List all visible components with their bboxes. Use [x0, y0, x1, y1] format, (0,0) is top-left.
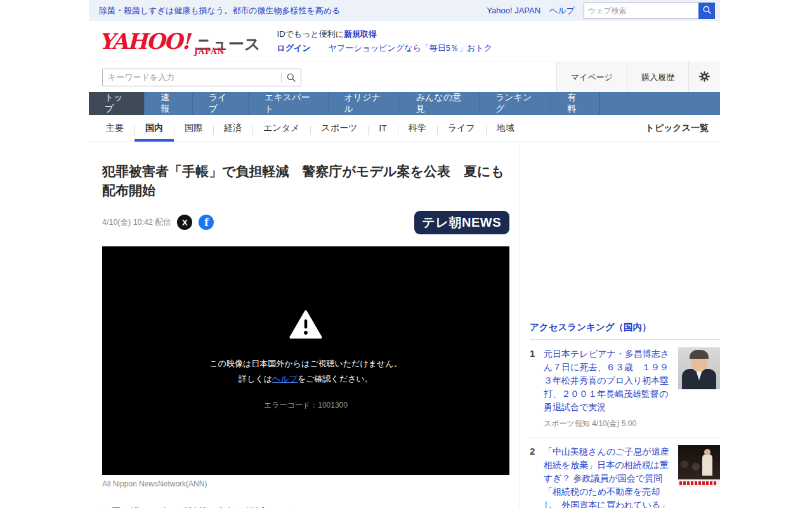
source-badge[interactable]: テレ朝NEWS — [414, 211, 509, 234]
sidebar: アクセスランキング（国内） 1 元日本テレビアナ・多昌博志さん７日に死去、６３歳… — [530, 142, 720, 508]
category-science[interactable]: 科学 — [398, 115, 437, 142]
settings-button[interactable] — [688, 62, 720, 92]
thumb-caption-strip — [678, 479, 720, 487]
logo-japan-text: JAPAN — [194, 47, 225, 56]
x-icon: X — [182, 218, 188, 227]
thumb-figure-shape — [681, 460, 688, 468]
thumb-hair-shape — [690, 350, 709, 359]
video-player[interactable]: この映像は日本国外からはご視聴いただけません。 詳しくはヘルプをご確認ください。… — [102, 246, 509, 475]
thumb-figure-shape — [692, 463, 700, 471]
nav-tab-original[interactable]: オリジナル — [329, 92, 400, 115]
web-search-button[interactable] — [698, 3, 715, 19]
video-caption: All Nippon NewsNetwork(ANN) — [102, 479, 509, 488]
category-sports[interactable]: スポーツ — [310, 115, 368, 142]
share-facebook-button[interactable]: f — [199, 215, 214, 230]
web-search — [584, 3, 715, 19]
ranking-thumbnail[interactable] — [678, 445, 720, 487]
category-life[interactable]: ライフ — [437, 115, 486, 142]
page-container: 除菌・殺菌しすぎは健康も損なう。都市の微生物多様性を高める Yahoo! JAP… — [89, 0, 720, 508]
nav-tab-opinions[interactable]: みんなの意見 — [400, 92, 480, 115]
yahoo-japan-link[interactable]: Yahoo! JAPAN — [487, 6, 540, 15]
mypage-link[interactable]: マイページ — [556, 62, 627, 92]
header-login-info: IDでもっと便利に新規取得 ログインヤフーショッピングなら「毎日5％」おトク — [277, 28, 492, 55]
id-promo-text: IDでもっと便利に — [277, 29, 344, 39]
category-world[interactable]: 国際 — [174, 115, 213, 142]
category-domestic[interactable]: 国内 — [134, 115, 174, 142]
keyword-search-icon[interactable] — [282, 72, 301, 83]
topic-link[interactable]: 除菌・殺菌しすぎは健康も損なう。都市の微生物多様性を高める — [99, 5, 340, 17]
ranking-link[interactable]: 「中山美穂さんのご子息が遺産相続を放棄」日本の相続税は重すぎ？ 参政議員が国会で… — [544, 445, 672, 508]
keyword-search-input[interactable] — [103, 72, 281, 82]
ranking-link[interactable]: 元日本テレビアナ・多昌博志さん７日に死去、６３歳 １９９３年松井秀喜のプロ入り初… — [544, 347, 672, 414]
login-link[interactable]: ログイン — [277, 43, 311, 53]
article-title: 犯罪被害者「手帳」で負担軽減 警察庁がモデル案を公表 夏にも配布開始 — [102, 162, 509, 201]
shopping-promo-link[interactable]: ヤフーショッピングなら「毎日5％」おトク — [329, 43, 492, 53]
category-region[interactable]: 地域 — [486, 115, 525, 142]
thumb-speaker-shape — [702, 454, 712, 476]
keyword-search-box — [102, 69, 301, 86]
nav-tab-sokuho[interactable]: 速報 — [145, 92, 192, 115]
category-entertainment[interactable]: エンタメ — [252, 115, 310, 142]
geo-error-pre: 詳しくは — [239, 374, 272, 384]
topics-list-link[interactable]: トピックス一覧 — [634, 115, 720, 142]
web-search-input[interactable] — [584, 3, 698, 19]
share-x-button[interactable]: X — [177, 215, 192, 230]
ranking-item-1: 1 元日本テレビアナ・多昌博志さん７日に死去、６３歳 １９９３年松井秀喜のプロ入… — [530, 340, 720, 438]
ranking-heading[interactable]: アクセスランキング（国内） — [530, 321, 720, 340]
nav-spacer — [599, 92, 720, 115]
rank-number: 2 — [530, 445, 544, 508]
geo-error-line2: 詳しくはヘルプをご確認ください。 — [239, 373, 373, 385]
top-strip: 除菌・殺菌しすぎは健康も損なう。都市の微生物多様性を高める Yahoo! JAP… — [89, 0, 720, 21]
facebook-icon: f — [204, 217, 209, 229]
nav-tab-live[interactable]: ライブ — [193, 92, 249, 115]
ranking-thumbnail[interactable] — [678, 347, 720, 389]
publish-date: 4/10(金) 10:42 配信 — [102, 217, 171, 228]
thumb-caption-text — [679, 481, 717, 485]
warning-icon — [289, 310, 322, 342]
content-area: 犯罪被害者「手帳」で負担軽減 警察庁がモデル案を公表 夏にも配布開始 4/10(… — [89, 142, 720, 508]
video-help-link[interactable]: ヘルプ — [272, 374, 298, 384]
main-nav: トップ 速報 ライブ エキスパート オリジナル みんなの意見 ランキング 有料 — [89, 92, 720, 115]
nav-tab-ranking[interactable]: ランキング — [480, 92, 551, 115]
nav-tab-expert[interactable]: エキスパート — [249, 92, 328, 115]
error-code: エラーコード：1001300 — [264, 400, 348, 411]
category-economy[interactable]: 経済 — [213, 115, 252, 142]
logo-yahoo-text: YAHOO! — [99, 30, 190, 52]
article-meta: 4/10(金) 10:42 配信 X f テレ朝NEWS — [102, 211, 509, 234]
yahoo-news-logo[interactable]: YAHOO! JAPAN ニュース — [99, 30, 261, 52]
category-nav: 主要 国内 国際 経済 エンタメ スポーツ IT 科学 ライフ 地域 トピックス… — [89, 115, 720, 142]
category-it[interactable]: IT — [368, 115, 397, 142]
gear-icon — [698, 70, 710, 84]
ranking-item-2: 2 「中山美穂さんのご子息が遺産相続を放棄」日本の相続税は重すぎ？ 参政議員が国… — [530, 438, 720, 508]
search-row: マイページ 購入履歴 — [89, 62, 720, 92]
thumb-speaker-head — [704, 449, 710, 455]
column-divider — [520, 142, 520, 508]
ranking-source: スポーツ報知 4/10(金) 5:00 — [544, 418, 672, 429]
header: YAHOO! JAPAN ニュース IDでもっと便利に新規取得 ログインヤフーシ… — [89, 21, 720, 62]
header-utilities: マイページ 購入履歴 — [556, 62, 720, 92]
purchase-history-link[interactable]: 購入履歴 — [627, 62, 688, 92]
topbar-right: Yahoo! JAPAN ヘルプ — [487, 3, 715, 19]
rank-body: 元日本テレビアナ・多昌博志さん７日に死去、６３歳 １９９３年松井秀喜のプロ入り初… — [544, 347, 678, 429]
category-main[interactable]: 主要 — [95, 115, 134, 142]
article-column: 犯罪被害者「手帳」で負担軽減 警察庁がモデル案を公表 夏にも配布開始 4/10(… — [102, 142, 509, 508]
nav-tab-paid[interactable]: 有料 — [551, 92, 599, 115]
search-icon — [702, 5, 712, 17]
rank-number: 1 — [530, 347, 544, 429]
geo-error-line1: この映像は日本国外からはご視聴いただけません。 — [209, 358, 402, 370]
nav-tab-top[interactable]: トップ — [89, 92, 145, 115]
help-link[interactable]: ヘルプ — [549, 5, 575, 17]
ad-space — [530, 142, 720, 321]
signup-link[interactable]: 新規取得 — [344, 29, 377, 39]
geo-error-post: をご確認ください。 — [298, 374, 373, 384]
rank-body: 「中山美穂さんのご子息が遺産相続を放棄」日本の相続税は重すぎ？ 参政議員が国会で… — [544, 445, 678, 508]
